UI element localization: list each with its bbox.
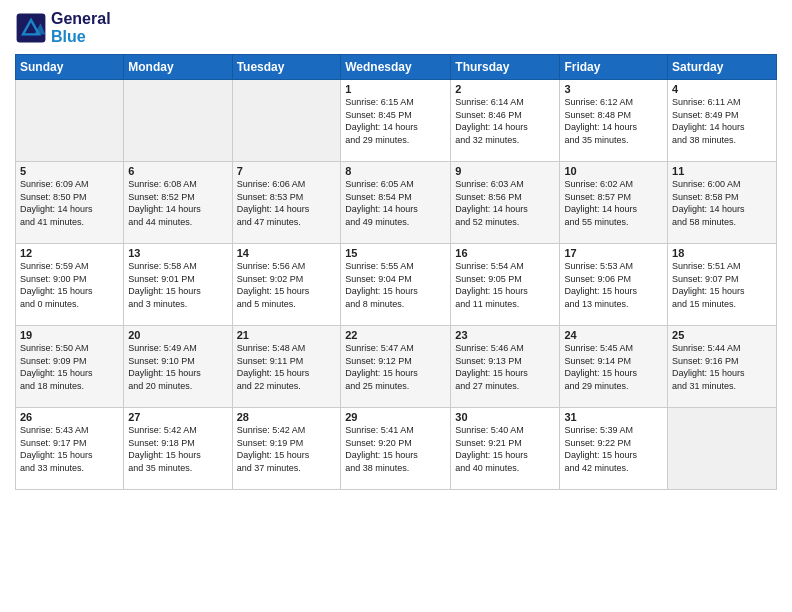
day-info: Sunrise: 5:45 AM Sunset: 9:14 PM Dayligh… [564, 342, 663, 392]
calendar-table: SundayMondayTuesdayWednesdayThursdayFrid… [15, 54, 777, 490]
day-info: Sunrise: 6:05 AM Sunset: 8:54 PM Dayligh… [345, 178, 446, 228]
calendar-cell [124, 80, 232, 162]
week-row-3: 12Sunrise: 5:59 AM Sunset: 9:00 PM Dayli… [16, 244, 777, 326]
calendar-cell: 31Sunrise: 5:39 AM Sunset: 9:22 PM Dayli… [560, 408, 668, 490]
day-info: Sunrise: 6:08 AM Sunset: 8:52 PM Dayligh… [128, 178, 227, 228]
calendar-cell: 15Sunrise: 5:55 AM Sunset: 9:04 PM Dayli… [341, 244, 451, 326]
page: General Blue SundayMondayTuesdayWednesda… [0, 0, 792, 612]
day-number: 24 [564, 329, 663, 341]
calendar-cell: 11Sunrise: 6:00 AM Sunset: 8:58 PM Dayli… [668, 162, 777, 244]
day-info: Sunrise: 5:56 AM Sunset: 9:02 PM Dayligh… [237, 260, 337, 310]
day-number: 21 [237, 329, 337, 341]
day-number: 8 [345, 165, 446, 177]
day-info: Sunrise: 5:42 AM Sunset: 9:19 PM Dayligh… [237, 424, 337, 474]
weekday-header-row: SundayMondayTuesdayWednesdayThursdayFrid… [16, 55, 777, 80]
calendar-cell: 4Sunrise: 6:11 AM Sunset: 8:49 PM Daylig… [668, 80, 777, 162]
day-number: 11 [672, 165, 772, 177]
weekday-header-wednesday: Wednesday [341, 55, 451, 80]
calendar-cell: 22Sunrise: 5:47 AM Sunset: 9:12 PM Dayli… [341, 326, 451, 408]
day-info: Sunrise: 6:00 AM Sunset: 8:58 PM Dayligh… [672, 178, 772, 228]
day-number: 26 [20, 411, 119, 423]
day-number: 25 [672, 329, 772, 341]
calendar-cell: 13Sunrise: 5:58 AM Sunset: 9:01 PM Dayli… [124, 244, 232, 326]
calendar-cell: 7Sunrise: 6:06 AM Sunset: 8:53 PM Daylig… [232, 162, 341, 244]
calendar-cell: 14Sunrise: 5:56 AM Sunset: 9:02 PM Dayli… [232, 244, 341, 326]
weekday-header-thursday: Thursday [451, 55, 560, 80]
calendar-cell: 8Sunrise: 6:05 AM Sunset: 8:54 PM Daylig… [341, 162, 451, 244]
logo: General Blue [15, 10, 111, 46]
day-info: Sunrise: 5:40 AM Sunset: 9:21 PM Dayligh… [455, 424, 555, 474]
day-info: Sunrise: 5:46 AM Sunset: 9:13 PM Dayligh… [455, 342, 555, 392]
day-info: Sunrise: 5:47 AM Sunset: 9:12 PM Dayligh… [345, 342, 446, 392]
day-number: 6 [128, 165, 227, 177]
calendar-cell: 2Sunrise: 6:14 AM Sunset: 8:46 PM Daylig… [451, 80, 560, 162]
calendar-cell: 9Sunrise: 6:03 AM Sunset: 8:56 PM Daylig… [451, 162, 560, 244]
weekday-header-saturday: Saturday [668, 55, 777, 80]
day-number: 7 [237, 165, 337, 177]
day-info: Sunrise: 5:54 AM Sunset: 9:05 PM Dayligh… [455, 260, 555, 310]
header: General Blue [15, 10, 777, 46]
day-info: Sunrise: 6:11 AM Sunset: 8:49 PM Dayligh… [672, 96, 772, 146]
day-number: 16 [455, 247, 555, 259]
day-info: Sunrise: 5:39 AM Sunset: 9:22 PM Dayligh… [564, 424, 663, 474]
day-info: Sunrise: 5:41 AM Sunset: 9:20 PM Dayligh… [345, 424, 446, 474]
day-number: 10 [564, 165, 663, 177]
calendar-cell: 5Sunrise: 6:09 AM Sunset: 8:50 PM Daylig… [16, 162, 124, 244]
day-number: 3 [564, 83, 663, 95]
day-info: Sunrise: 6:12 AM Sunset: 8:48 PM Dayligh… [564, 96, 663, 146]
calendar-cell: 3Sunrise: 6:12 AM Sunset: 8:48 PM Daylig… [560, 80, 668, 162]
day-number: 17 [564, 247, 663, 259]
calendar-cell: 20Sunrise: 5:49 AM Sunset: 9:10 PM Dayli… [124, 326, 232, 408]
calendar-cell: 16Sunrise: 5:54 AM Sunset: 9:05 PM Dayli… [451, 244, 560, 326]
day-number: 5 [20, 165, 119, 177]
calendar-cell: 26Sunrise: 5:43 AM Sunset: 9:17 PM Dayli… [16, 408, 124, 490]
weekday-header-friday: Friday [560, 55, 668, 80]
logo-text: General Blue [51, 10, 111, 46]
day-number: 9 [455, 165, 555, 177]
logo-icon [15, 12, 47, 44]
calendar-cell: 19Sunrise: 5:50 AM Sunset: 9:09 PM Dayli… [16, 326, 124, 408]
calendar-cell [232, 80, 341, 162]
day-number: 28 [237, 411, 337, 423]
weekday-header-monday: Monday [124, 55, 232, 80]
calendar-cell: 24Sunrise: 5:45 AM Sunset: 9:14 PM Dayli… [560, 326, 668, 408]
day-number: 29 [345, 411, 446, 423]
day-number: 12 [20, 247, 119, 259]
day-info: Sunrise: 6:02 AM Sunset: 8:57 PM Dayligh… [564, 178, 663, 228]
day-number: 31 [564, 411, 663, 423]
day-number: 1 [345, 83, 446, 95]
week-row-5: 26Sunrise: 5:43 AM Sunset: 9:17 PM Dayli… [16, 408, 777, 490]
day-info: Sunrise: 5:55 AM Sunset: 9:04 PM Dayligh… [345, 260, 446, 310]
day-info: Sunrise: 5:44 AM Sunset: 9:16 PM Dayligh… [672, 342, 772, 392]
calendar-cell: 21Sunrise: 5:48 AM Sunset: 9:11 PM Dayli… [232, 326, 341, 408]
day-number: 18 [672, 247, 772, 259]
day-info: Sunrise: 6:03 AM Sunset: 8:56 PM Dayligh… [455, 178, 555, 228]
calendar-cell: 10Sunrise: 6:02 AM Sunset: 8:57 PM Dayli… [560, 162, 668, 244]
day-number: 23 [455, 329, 555, 341]
day-number: 4 [672, 83, 772, 95]
day-info: Sunrise: 5:50 AM Sunset: 9:09 PM Dayligh… [20, 342, 119, 392]
day-info: Sunrise: 5:59 AM Sunset: 9:00 PM Dayligh… [20, 260, 119, 310]
calendar-cell: 6Sunrise: 6:08 AM Sunset: 8:52 PM Daylig… [124, 162, 232, 244]
calendar-cell: 28Sunrise: 5:42 AM Sunset: 9:19 PM Dayli… [232, 408, 341, 490]
day-number: 30 [455, 411, 555, 423]
weekday-header-sunday: Sunday [16, 55, 124, 80]
day-info: Sunrise: 5:51 AM Sunset: 9:07 PM Dayligh… [672, 260, 772, 310]
week-row-2: 5Sunrise: 6:09 AM Sunset: 8:50 PM Daylig… [16, 162, 777, 244]
day-info: Sunrise: 5:43 AM Sunset: 9:17 PM Dayligh… [20, 424, 119, 474]
calendar-cell: 17Sunrise: 5:53 AM Sunset: 9:06 PM Dayli… [560, 244, 668, 326]
week-row-1: 1Sunrise: 6:15 AM Sunset: 8:45 PM Daylig… [16, 80, 777, 162]
calendar-cell: 18Sunrise: 5:51 AM Sunset: 9:07 PM Dayli… [668, 244, 777, 326]
calendar-cell: 23Sunrise: 5:46 AM Sunset: 9:13 PM Dayli… [451, 326, 560, 408]
calendar-cell: 27Sunrise: 5:42 AM Sunset: 9:18 PM Dayli… [124, 408, 232, 490]
day-number: 14 [237, 247, 337, 259]
day-info: Sunrise: 6:06 AM Sunset: 8:53 PM Dayligh… [237, 178, 337, 228]
day-info: Sunrise: 6:14 AM Sunset: 8:46 PM Dayligh… [455, 96, 555, 146]
calendar-cell [668, 408, 777, 490]
day-number: 15 [345, 247, 446, 259]
day-number: 19 [20, 329, 119, 341]
day-number: 22 [345, 329, 446, 341]
day-info: Sunrise: 5:58 AM Sunset: 9:01 PM Dayligh… [128, 260, 227, 310]
calendar-cell: 12Sunrise: 5:59 AM Sunset: 9:00 PM Dayli… [16, 244, 124, 326]
day-info: Sunrise: 5:53 AM Sunset: 9:06 PM Dayligh… [564, 260, 663, 310]
